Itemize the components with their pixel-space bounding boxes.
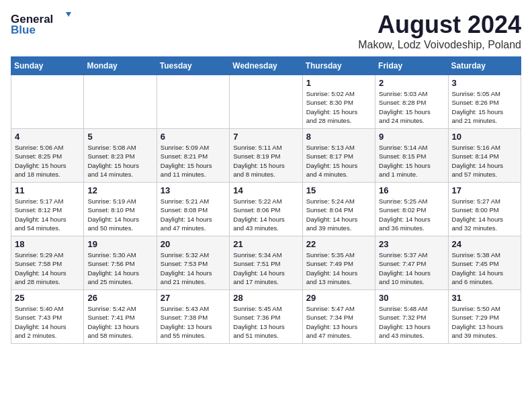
calendar-week-row: 1Sunrise: 5:02 AMSunset: 8:30 PMDaylight… [11, 75, 521, 129]
day-info: Sunrise: 5:30 AMSunset: 7:56 PMDaylight:… [87, 250, 152, 286]
day-number: 26 [87, 293, 152, 303]
day-info: Sunrise: 5:37 AMSunset: 7:47 PMDaylight:… [379, 250, 444, 286]
day-number: 5 [87, 132, 152, 142]
day-number: 22 [306, 239, 371, 249]
calendar-cell: 30Sunrise: 5:48 AMSunset: 7:32 PMDayligh… [375, 290, 448, 344]
logo: General Blue [11, 11, 71, 38]
weekday-header-wednesday: Wednesday [230, 57, 302, 75]
day-number: 31 [452, 293, 517, 303]
day-info: Sunrise: 5:09 AMSunset: 8:21 PMDaylight:… [161, 143, 226, 179]
day-info: Sunrise: 5:21 AMSunset: 8:08 PMDaylight:… [161, 197, 226, 232]
day-number: 16 [379, 185, 444, 195]
day-info: Sunrise: 5:25 AMSunset: 8:02 PMDaylight:… [379, 197, 444, 232]
day-number: 20 [161, 239, 226, 249]
day-number: 18 [15, 239, 80, 249]
day-info: Sunrise: 5:17 AMSunset: 8:12 PMDaylight:… [15, 197, 80, 232]
day-number: 24 [452, 239, 517, 249]
calendar-cell: 10Sunrise: 5:16 AMSunset: 8:14 PMDayligh… [448, 129, 521, 183]
day-info: Sunrise: 5:34 AMSunset: 7:51 PMDaylight:… [233, 250, 298, 286]
calendar-cell: 26Sunrise: 5:42 AMSunset: 7:41 PMDayligh… [84, 290, 157, 344]
location-title: Makow, Lodz Voivodeship, Poland [358, 39, 521, 51]
day-info: Sunrise: 5:02 AMSunset: 8:30 PMDaylight:… [306, 89, 371, 125]
calendar-cell: 19Sunrise: 5:30 AMSunset: 7:56 PMDayligh… [84, 236, 157, 290]
calendar-cell: 9Sunrise: 5:14 AMSunset: 8:15 PMDaylight… [375, 129, 448, 183]
day-number: 15 [306, 185, 371, 195]
day-info: Sunrise: 5:06 AMSunset: 8:25 PMDaylight:… [15, 143, 80, 179]
day-info: Sunrise: 5:13 AMSunset: 8:17 PMDaylight:… [306, 143, 371, 179]
calendar-cell: 22Sunrise: 5:35 AMSunset: 7:49 PMDayligh… [302, 236, 375, 290]
day-info: Sunrise: 5:42 AMSunset: 7:41 PMDaylight:… [87, 304, 152, 340]
calendar-cell [84, 75, 157, 129]
day-number: 9 [379, 132, 444, 142]
day-number: 13 [161, 185, 226, 195]
day-number: 30 [379, 293, 444, 303]
day-number: 6 [161, 132, 226, 142]
calendar-cell: 12Sunrise: 5:19 AMSunset: 8:10 PMDayligh… [84, 183, 157, 236]
calendar-cell [157, 75, 229, 129]
day-info: Sunrise: 5:32 AMSunset: 7:53 PMDaylight:… [161, 250, 226, 286]
weekday-header-row: SundayMondayTuesdayWednesdayThursdayFrid… [11, 57, 521, 75]
calendar-week-row: 25Sunrise: 5:40 AMSunset: 7:43 PMDayligh… [11, 290, 521, 344]
day-info: Sunrise: 5:45 AMSunset: 7:36 PMDaylight:… [233, 304, 298, 340]
svg-marker-1 [66, 12, 71, 17]
day-info: Sunrise: 5:22 AMSunset: 8:06 PMDaylight:… [233, 197, 298, 232]
weekday-header-sunday: Sunday [11, 57, 84, 75]
day-info: Sunrise: 5:24 AMSunset: 8:04 PMDaylight:… [306, 197, 371, 232]
day-number: 19 [87, 239, 152, 249]
calendar-cell: 5Sunrise: 5:08 AMSunset: 8:23 PMDaylight… [84, 129, 157, 183]
calendar-cell: 4Sunrise: 5:06 AMSunset: 8:25 PMDaylight… [11, 129, 84, 183]
day-info: Sunrise: 5:05 AMSunset: 8:26 PMDaylight:… [452, 89, 517, 125]
calendar-cell: 14Sunrise: 5:22 AMSunset: 8:06 PMDayligh… [230, 183, 302, 236]
day-number: 11 [15, 185, 80, 195]
day-number: 23 [379, 239, 444, 249]
day-info: Sunrise: 5:48 AMSunset: 7:32 PMDaylight:… [379, 304, 444, 340]
calendar-cell: 28Sunrise: 5:45 AMSunset: 7:36 PMDayligh… [230, 290, 302, 344]
day-info: Sunrise: 5:14 AMSunset: 8:15 PMDaylight:… [379, 143, 444, 179]
day-number: 8 [306, 132, 371, 142]
header: General Blue August 2024 Makow, Lodz Voi… [11, 11, 521, 51]
calendar-cell: 7Sunrise: 5:11 AMSunset: 8:19 PMDaylight… [230, 129, 302, 183]
weekday-header-thursday: Thursday [302, 57, 375, 75]
day-info: Sunrise: 5:29 AMSunset: 7:58 PMDaylight:… [15, 250, 80, 286]
title-area: August 2024 Makow, Lodz Voivodeship, Pol… [358, 11, 521, 51]
day-info: Sunrise: 5:19 AMSunset: 8:10 PMDaylight:… [87, 197, 152, 232]
calendar-cell: 2Sunrise: 5:03 AMSunset: 8:28 PMDaylight… [375, 75, 448, 129]
calendar-cell: 1Sunrise: 5:02 AMSunset: 8:30 PMDaylight… [302, 75, 375, 129]
month-title: August 2024 [358, 11, 521, 39]
calendar-cell [230, 75, 302, 129]
day-number: 25 [15, 293, 80, 303]
calendar-cell: 31Sunrise: 5:50 AMSunset: 7:29 PMDayligh… [448, 290, 521, 344]
calendar-table: SundayMondayTuesdayWednesdayThursdayFrid… [11, 56, 521, 344]
calendar-cell: 21Sunrise: 5:34 AMSunset: 7:51 PMDayligh… [230, 236, 302, 290]
calendar-cell [11, 75, 84, 129]
calendar-cell: 24Sunrise: 5:38 AMSunset: 7:45 PMDayligh… [448, 236, 521, 290]
day-info: Sunrise: 5:40 AMSunset: 7:43 PMDaylight:… [15, 304, 80, 340]
day-number: 21 [233, 239, 298, 249]
day-number: 27 [161, 293, 226, 303]
calendar-cell: 13Sunrise: 5:21 AMSunset: 8:08 PMDayligh… [157, 183, 229, 236]
day-info: Sunrise: 5:08 AMSunset: 8:23 PMDaylight:… [87, 143, 152, 179]
day-number: 2 [379, 78, 444, 88]
weekday-header-monday: Monday [84, 57, 157, 75]
logo-svg: General Blue [11, 11, 71, 38]
weekday-header-tuesday: Tuesday [157, 57, 229, 75]
day-number: 12 [87, 185, 152, 195]
calendar-cell: 8Sunrise: 5:13 AMSunset: 8:17 PMDaylight… [302, 129, 375, 183]
day-number: 10 [452, 132, 517, 142]
calendar-cell: 29Sunrise: 5:47 AMSunset: 7:34 PMDayligh… [302, 290, 375, 344]
day-number: 17 [452, 185, 517, 195]
calendar-cell: 6Sunrise: 5:09 AMSunset: 8:21 PMDaylight… [157, 129, 229, 183]
weekday-header-friday: Friday [375, 57, 448, 75]
calendar-cell: 23Sunrise: 5:37 AMSunset: 7:47 PMDayligh… [375, 236, 448, 290]
day-info: Sunrise: 5:47 AMSunset: 7:34 PMDaylight:… [306, 304, 371, 340]
day-number: 14 [233, 185, 298, 195]
calendar-cell: 3Sunrise: 5:05 AMSunset: 8:26 PMDaylight… [448, 75, 521, 129]
day-info: Sunrise: 5:27 AMSunset: 8:00 PMDaylight:… [452, 197, 517, 232]
calendar-cell: 18Sunrise: 5:29 AMSunset: 7:58 PMDayligh… [11, 236, 84, 290]
day-number: 1 [306, 78, 371, 88]
day-info: Sunrise: 5:43 AMSunset: 7:38 PMDaylight:… [161, 304, 226, 340]
calendar-week-row: 4Sunrise: 5:06 AMSunset: 8:25 PMDaylight… [11, 129, 521, 183]
calendar-week-row: 11Sunrise: 5:17 AMSunset: 8:12 PMDayligh… [11, 183, 521, 236]
day-number: 7 [233, 132, 298, 142]
calendar-cell: 11Sunrise: 5:17 AMSunset: 8:12 PMDayligh… [11, 183, 84, 236]
